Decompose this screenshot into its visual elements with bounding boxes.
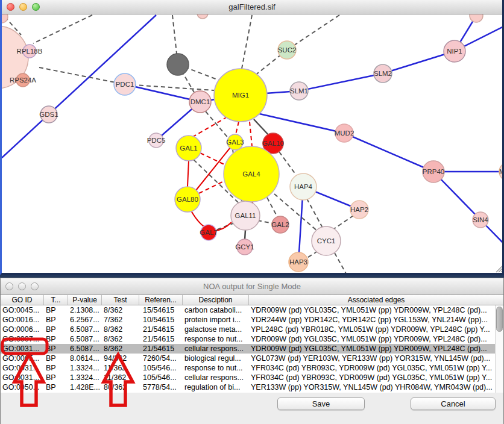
node-GAL1[interactable]: GAL1 — [176, 136, 201, 161]
edge-gray-dashed[interactable] — [242, 15, 252, 69]
noa-titlebar[interactable]: NOA output for Single Mode — [1, 278, 503, 295]
column-header-test[interactable]: Test — [102, 295, 139, 305]
table-row-selected[interactable]: GO:0031...BP6.5087...8/36221/54615cellul… — [1, 344, 496, 354]
network-nodes[interactable]: RPL18BRPS24AGDS1PDC1DMC1MIG1SUC2SLM1SLM2… — [2, 14, 502, 272]
edge-blue[interactable] — [344, 133, 433, 172]
node-PDC1[interactable]: PDC1 — [114, 73, 136, 95]
node-SLM1[interactable]: SLM1 — [290, 82, 308, 100]
network-edges[interactable] — [2, 15, 502, 273]
node-label: CYC1 — [317, 237, 336, 245]
cell-go: GO:0031... — [1, 364, 44, 372]
node-GAL4[interactable]: GAL4 — [224, 146, 279, 202]
column-header-description[interactable]: Desciption — [183, 295, 249, 305]
scrollbar-thumb[interactable] — [496, 307, 503, 332]
network-titlebar[interactable]: galFiltered.sif — [2, 0, 502, 14]
zoom-button[interactable] — [32, 3, 40, 11]
close-button[interactable] — [5, 282, 13, 290]
node-GAL11[interactable]: GAL11 — [231, 201, 260, 230]
table-row[interactable]: GO:0031...BP1.3324...11/362105/546...res… — [1, 363, 496, 373]
node-GAL2[interactable]: GAL2 — [271, 216, 289, 233]
cell-pvalue: 8.0614... — [68, 354, 102, 363]
node-HAP2[interactable]: HAP2 — [350, 201, 368, 219]
node-GAL3[interactable]: GAL3 — [226, 134, 244, 150]
noa-output-window: NOA output for Single Mode GO ID T... P-… — [0, 278, 504, 424]
node-topright-clipped[interactable] — [470, 14, 483, 22]
minimize-button[interactable] — [18, 282, 26, 290]
cell-ref: 105/546... — [139, 373, 183, 382]
cell-go: GO:0007... — [1, 335, 44, 343]
edge-gray-dashed[interactable] — [332, 214, 355, 230]
save-button[interactable]: Save — [277, 398, 365, 410]
edge-red[interactable] — [187, 161, 189, 187]
table-row[interactable]: GO:0007...BP6.5087...8/36221/54615respon… — [1, 334, 496, 344]
edge-gray-dashed[interactable] — [306, 251, 318, 258]
column-header-reference[interactable]: Referen... — [139, 295, 183, 305]
cell-edges: YDR009W (pd) YGL035C, YML051W (pp) YDR00… — [249, 344, 493, 353]
vertical-scrollbar[interactable] — [495, 305, 503, 393]
node-SIN4[interactable]: SIN4 — [473, 212, 488, 228]
table-row[interactable]: GO:0006...BP6.5087...8/36221/54615galact… — [1, 325, 496, 334]
node-HAP4[interactable]: HAP4 — [290, 173, 317, 200]
edge-red-dashed[interactable] — [236, 122, 239, 134]
node-NIP1[interactable]: NIP1 — [444, 40, 465, 62]
table-row[interactable]: GO:0031...BP1.3324...11/362105/546...cel… — [1, 373, 496, 382]
results-table[interactable]: GO:0045...BP2.1308...8/36215/54615carbon… — [1, 305, 496, 393]
edge-gray-dashed[interactable] — [257, 220, 273, 223]
column-header-go-id[interactable]: GO ID — [1, 295, 44, 305]
node-label: GAL7 — [200, 229, 217, 236]
edge-red-dashed[interactable] — [193, 117, 227, 137]
cancel-button[interactable]: Cancel — [411, 398, 496, 410]
cell-edges: YFR034C (pd) YBR093C, YDR009W (pd) YGL03… — [249, 373, 493, 382]
edge-gray-dashed[interactable] — [39, 67, 125, 84]
cell-type: BP — [44, 344, 68, 353]
network-graph[interactable]: RPL18BRPS24AGDS1PDC1DMC1MIG1SUC2SLM1SLM2… — [2, 14, 502, 273]
column-header-associated-edges[interactable]: Associated edges — [249, 295, 503, 305]
cell-type: BP — [44, 325, 68, 334]
node-label: NIP1 — [447, 48, 462, 55]
cell-type: BP — [44, 335, 68, 343]
cell-test: 80/362 — [102, 383, 139, 391]
node-MIG1[interactable]: MIG1 — [214, 69, 267, 122]
node-GDS1[interactable]: GDS1 — [39, 106, 58, 123]
cell-ref: 7260/54... — [139, 354, 183, 363]
cell-test: 94/362 — [102, 354, 139, 363]
column-header-pvalue[interactable]: P-value — [68, 295, 102, 305]
node-label: GCY1 — [235, 243, 254, 251]
node-MSL1[interactable]: MSL1 — [499, 163, 502, 181]
node-GCY1[interactable]: GCY1 — [235, 239, 254, 255]
close-button[interactable] — [7, 3, 14, 11]
table-row[interactable]: GO:0016...BP6.2567...7/36210/54615protei… — [1, 315, 496, 325]
minimize-button[interactable] — [19, 3, 27, 11]
node-SLM2[interactable]: SLM2 — [374, 64, 392, 83]
zoom-button[interactable] — [31, 282, 39, 290]
network-window: galFiltered.sif RPL18BRPS24AGDS1PDC1DMC1… — [0, 0, 504, 275]
edge-blue[interactable] — [299, 73, 383, 91]
table-row[interactable]: GO:0065...BP8.0614...94/3627260/54...bio… — [1, 354, 496, 363]
node-DMC1[interactable]: DMC1 — [189, 91, 211, 113]
column-header-type[interactable]: T... — [44, 295, 68, 305]
node-SUC2[interactable]: SUC2 — [278, 41, 297, 59]
table-row[interactable]: GO:0050...BP1.428E...80/3625778/54...reg… — [1, 382, 496, 392]
node-gray[interactable] — [167, 54, 189, 75]
edge-red-dashed[interactable] — [250, 122, 252, 146]
edge-gray-dashed[interactable] — [335, 253, 347, 273]
node-GAL7[interactable]: GAL7 — [200, 225, 217, 240]
resize-handle-icon[interactable] — [496, 265, 502, 272]
node-corner-clipped[interactable] — [2, 14, 8, 23]
node-label: SIN4 — [473, 216, 488, 223]
edge-dark[interactable] — [245, 230, 245, 240]
cell-pvalue: 6.2567... — [68, 316, 102, 324]
node-label: PDC5 — [147, 137, 166, 144]
node-PRP40[interactable]: PRP40 — [423, 161, 444, 182]
table-row[interactable]: GO:0045...BP2.1308...8/36215/54615carbon… — [1, 305, 496, 315]
edge-gray-dashed[interactable] — [33, 15, 92, 43]
node-HAP3[interactable]: HAP3 — [289, 252, 308, 272]
node-MUD2[interactable]: MUD2 — [335, 124, 354, 142]
node-GAL80[interactable]: GAL80 — [175, 187, 200, 212]
cell-go: GO:0006... — [1, 325, 44, 334]
edge-gray-dashed[interactable] — [279, 152, 297, 176]
edge-gray-dashed[interactable] — [267, 198, 278, 218]
node-label: GAL3 — [226, 139, 244, 146]
node-CYC1[interactable]: CYC1 — [312, 226, 341, 255]
node-top-clipped[interactable] — [197, 14, 208, 19]
